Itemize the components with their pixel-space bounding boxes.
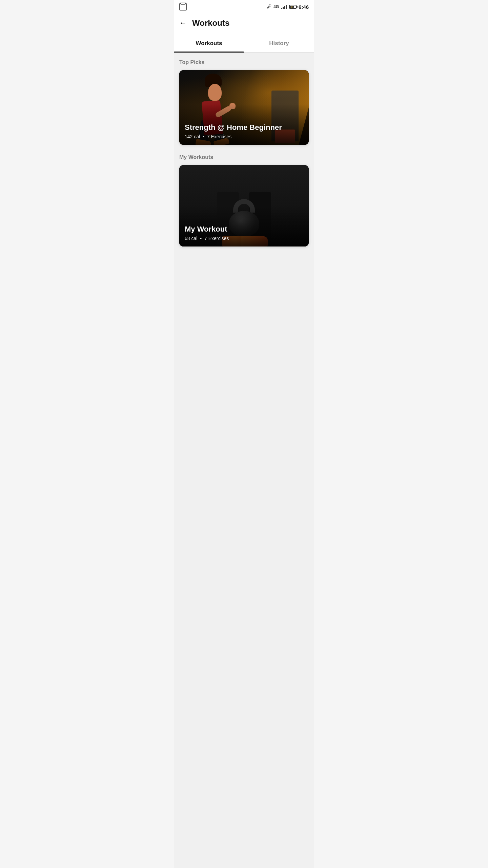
header: ← Workouts (174, 14, 314, 35)
my-workouts-section: My Workouts (179, 154, 309, 246)
tab-bar: Workouts History (174, 35, 314, 53)
status-bar: ☄ 4G ⚡ 6:46 (174, 0, 314, 14)
my-workouts-title: My Workouts (179, 154, 309, 160)
back-button[interactable]: ← (179, 19, 187, 27)
tab-workouts[interactable]: Workouts (174, 35, 244, 52)
card-text: Strength @ Home Beginner 142 cal • 7 Exe… (185, 123, 303, 139)
network-type: 4G (273, 4, 279, 9)
my-workout-card[interactable]: My Workout 68 cal • 7 Exercises (179, 165, 309, 246)
back-arrow-icon[interactable]: ← (179, 19, 187, 27)
top-picks-title: Top Picks (179, 59, 309, 65)
my-workout-exercises: 7 Exercises (204, 236, 229, 241)
person-head (208, 84, 222, 101)
my-workout-separator: • (200, 236, 202, 241)
my-workout-calories: 68 cal (185, 236, 197, 241)
card-workout-name: Strength @ Home Beginner (185, 123, 303, 132)
clipboard-icon (179, 3, 187, 11)
meta-separator: • (203, 134, 204, 139)
my-workout-name: My Workout (185, 225, 303, 234)
signal-bars (281, 4, 287, 9)
bluetooth-icon: ☄ (267, 4, 271, 9)
page-title: Workouts (192, 18, 229, 28)
time-display: 6:46 (299, 4, 309, 10)
top-picks-card[interactable]: Strength @ Home Beginner 142 cal • 7 Exe… (179, 70, 309, 145)
status-right: ☄ 4G ⚡ 6:46 (267, 4, 309, 10)
main-content: Top Picks (174, 53, 314, 868)
battery-bolt: ⚡ (290, 6, 293, 8)
card-calories: 142 cal (185, 134, 200, 139)
battery-icon: ⚡ (289, 5, 297, 9)
top-picks-section: Top Picks (179, 59, 309, 145)
card-meta: 142 cal • 7 Exercises (185, 134, 303, 139)
card-exercises: 7 Exercises (207, 134, 231, 139)
tab-history[interactable]: History (244, 35, 314, 52)
my-workout-card-text: My Workout 68 cal • 7 Exercises (185, 225, 303, 241)
my-workout-meta: 68 cal • 7 Exercises (185, 236, 303, 241)
status-left (179, 3, 187, 11)
